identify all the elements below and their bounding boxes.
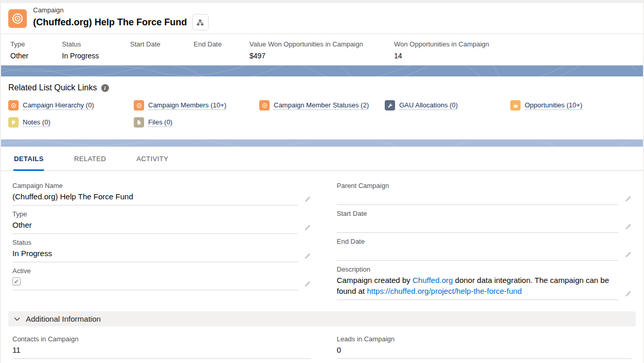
- additional-left-column: Contacts in Campaign 11 Responses in Cam…: [12, 335, 311, 363]
- edit-pencil-icon[interactable]: [297, 224, 311, 234]
- edit-pencil-icon[interactable]: [297, 252, 311, 262]
- highlight-label: Type: [10, 40, 56, 48]
- field-description: Description Campaign created by Chuffed.…: [337, 265, 632, 300]
- quick-links-title: Related List Quick Links: [8, 83, 97, 92]
- field-active: Active ✓: [12, 267, 311, 290]
- highlight-won-opportunities: Won Opportunities in Campaign 14: [394, 40, 643, 65]
- highlight-type: Type Other: [10, 40, 62, 65]
- field-value: [337, 218, 618, 233]
- highlight-end-date: End Date: [194, 40, 249, 65]
- field-label: Campaign Name: [12, 182, 311, 190]
- highlight-value: $497: [249, 52, 388, 60]
- campaign-member-statuses-icon: [259, 100, 270, 111]
- field-label: Description: [337, 265, 632, 273]
- gau-allocations-link[interactable]: GAU Allocations (0): [399, 101, 458, 110]
- field-label: End Date: [337, 238, 632, 245]
- opportunities-link[interactable]: Opportunities (10+): [525, 101, 583, 110]
- description-text: Campaign created by: [337, 276, 413, 285]
- project-url-link[interactable]: https://chuffed.org/project/help-the-for…: [367, 287, 522, 295]
- hierarchy-icon: [196, 19, 204, 26]
- field-status: Status In Progress: [12, 239, 311, 262]
- chevron-down-icon: [14, 317, 20, 321]
- additional-right-column: Leads in Campaign 0 Converted Leads in C…: [337, 335, 632, 363]
- details-form: Campaign Name (Chuffed.org) Help The For…: [1, 171, 643, 305]
- chuffed-org-link[interactable]: Chuffed.org: [413, 276, 453, 285]
- background-texture-band: [1, 139, 643, 147]
- info-icon[interactable]: i: [101, 84, 109, 92]
- related-list-quick-links-card: Related List Quick Links i Campaign Hier…: [1, 76, 643, 139]
- campaign-member-statuses-link[interactable]: Campaign Member Statuses (2): [274, 101, 369, 110]
- edit-pencil-icon[interactable]: [297, 280, 311, 290]
- campaign-hierarchy-link[interactable]: Campaign Hierarchy (0): [23, 101, 94, 110]
- highlight-start-date: Start Date: [130, 40, 194, 65]
- field-value: 11: [12, 344, 311, 359]
- field-value: Other: [12, 219, 297, 234]
- field-value: [337, 191, 618, 205]
- field-end-date: End Date: [337, 238, 632, 261]
- wave-texture: [1, 66, 643, 76]
- notes-link[interactable]: Notes (0): [23, 118, 50, 127]
- quick-link-campaign-members: Campaign Members (10+): [134, 100, 259, 111]
- tab-details[interactable]: DETAILS: [13, 147, 44, 171]
- highlight-label: End Date: [194, 40, 243, 48]
- view-hierarchy-button[interactable]: [192, 14, 209, 30]
- highlight-value: Other: [10, 52, 56, 60]
- gau-allocations-wrench-icon: [385, 100, 395, 111]
- campaign-members-icon: [134, 100, 144, 111]
- record-tabs: DETAILS RELATED ACTIVITY: [1, 147, 643, 171]
- quick-link-campaign-hierarchy: Campaign Hierarchy (0): [8, 100, 134, 111]
- field-label: Active: [12, 267, 311, 275]
- edit-pencil-icon[interactable]: [618, 223, 632, 233]
- field-value: In Progress: [12, 247, 297, 262]
- additional-information-section-header[interactable]: Additional Information: [8, 311, 636, 326]
- details-right-column: Parent Campaign Start Date: [337, 182, 632, 305]
- field-label: Type: [12, 210, 311, 218]
- field-parent-campaign: Parent Campaign: [337, 182, 632, 205]
- note-icon: [8, 117, 19, 128]
- field-label: Status: [12, 239, 311, 246]
- tab-related[interactable]: RELATED: [73, 147, 106, 171]
- field-value: [337, 246, 618, 261]
- additional-information-form: Contacts in Campaign 11 Responses in Cam…: [1, 326, 643, 363]
- header-text: Campaign (Chuffed.org) Help The Force Fu…: [33, 6, 209, 30]
- quick-link-campaign-member-statuses: Campaign Member Statuses (2): [259, 100, 385, 111]
- quick-link-opportunities: Opportunities (10+): [510, 100, 636, 111]
- quick-links-grid: Campaign Hierarchy (0) Campaign Members …: [8, 100, 636, 128]
- quick-link-files: Files (0): [134, 117, 259, 128]
- field-type: Type Other: [12, 210, 311, 234]
- highlight-label: Value Won Opportunities in Campaign: [249, 40, 388, 48]
- field-label: Start Date: [337, 210, 632, 217]
- entity-label: Campaign: [33, 6, 209, 14]
- field-start-date: Start Date: [337, 210, 632, 233]
- files-link[interactable]: Files (0): [148, 118, 172, 127]
- highlight-value: In Progress: [62, 52, 124, 60]
- campaign-icon: [8, 100, 19, 111]
- highlight-label: Won Opportunities in Campaign: [394, 40, 637, 48]
- campaign-members-link[interactable]: Campaign Members (10+): [148, 101, 226, 110]
- field-value: Campaign created by Chuffed.org donor da…: [337, 274, 618, 300]
- field-value: 0: [337, 344, 632, 359]
- highlight-status: Status In Progress: [62, 40, 130, 65]
- edit-pencil-icon[interactable]: [297, 196, 311, 206]
- campaign-bullseye-icon: [8, 9, 27, 28]
- field-leads-in-campaign: Leads in Campaign 0: [337, 335, 632, 359]
- field-label: Parent Campaign: [337, 182, 632, 190]
- tab-activity[interactable]: ACTIVITY: [136, 147, 169, 171]
- quick-link-notes: Notes (0): [8, 117, 134, 128]
- edit-pencil-icon[interactable]: [618, 290, 632, 300]
- quick-link-gau-allocations: GAU Allocations (0): [385, 100, 510, 111]
- active-checkbox[interactable]: ✓: [12, 277, 21, 286]
- highlight-label: Status: [62, 40, 124, 48]
- wave-texture: [1, 139, 643, 147]
- field-label: Contacts in Campaign: [12, 335, 311, 343]
- field-contacts-in-campaign: Contacts in Campaign 11: [12, 335, 311, 359]
- opportunity-crown-icon: [510, 100, 521, 111]
- field-value: (Chuffed.org) Help The Force Fund: [12, 191, 297, 206]
- page-title: (Chuffed.org) Help The Force Fund: [33, 17, 187, 28]
- edit-pencil-icon[interactable]: [618, 195, 632, 205]
- field-value: ✓: [12, 276, 297, 290]
- edit-pencil-icon[interactable]: [618, 251, 632, 261]
- highlight-value-won-opportunities: Value Won Opportunities in Campaign $497: [249, 40, 394, 65]
- field-label: Leads in Campaign: [337, 335, 632, 343]
- highlight-value: 14: [394, 52, 637, 60]
